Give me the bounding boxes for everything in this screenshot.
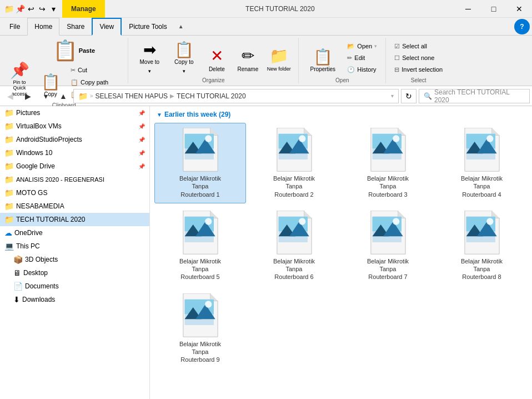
title-bar-icons: 📁 📌 ↩ ↪ ▾ (0, 4, 62, 13)
file-name: Belajar Mikrotik Tanpa Routerboard 1 (179, 174, 221, 198)
refresh-button[interactable]: ↻ (401, 89, 416, 103)
minimize-button[interactable]: ─ (455, 0, 481, 18)
tab-picture-tools[interactable]: Picture Tools (122, 18, 174, 36)
sidebar-label-virtualbox: VirtualBox VMs (16, 122, 62, 130)
sidebar-label-motogs: MOTO GS (16, 189, 47, 197)
tab-home[interactable]: Home (27, 18, 59, 36)
pin-icon-windows10: 📌 (138, 150, 145, 156)
organize-group: ➡ Move to ▾ 📋 Copy to ▾ ✕ Delete (128, 38, 299, 83)
sidebar-item-googledrive[interactable]: 📁 Google Drive 📌 (0, 159, 149, 173)
pin-icon-googledrive: 📌 (138, 163, 145, 169)
sidebar-label-nesabamedia: NESABAMEDIA (16, 202, 64, 210)
file-icon (366, 128, 410, 172)
sidebar-item-onedrive[interactable]: ☁ OneDrive (0, 226, 149, 240)
history-button[interactable]: 🕐 History (343, 64, 380, 75)
redo-icon: ↪ (38, 4, 47, 13)
sidebar-item-virtualbox[interactable]: 📁 VirtualBox VMs 📌 (0, 119, 149, 133)
copy-path-button[interactable]: 📋 Copy path (67, 77, 123, 88)
file-item[interactable]: Belajar Mikrotik Tanpa Routerboard 5 (154, 206, 246, 286)
file-item[interactable]: Belajar Mikrotik Tanpa Routerboard 3 (342, 123, 434, 203)
file-item[interactable]: Belajar Mikrotik Tanpa Routerboard 1 (154, 123, 246, 203)
sidebar-item-windows10[interactable]: 📁 Windows 10 📌 (0, 146, 149, 159)
move-to-button[interactable]: ➡ Move to ▾ (133, 38, 166, 75)
pin-icon: 📌 (10, 63, 29, 78)
recent-locations-button[interactable]: ▾ (38, 88, 53, 104)
folder-icon-virtualbox: 📁 (4, 122, 14, 131)
file-item[interactable]: Belajar Mikrotik Tanpa Routerboard 8 (436, 206, 528, 286)
sidebar-label-this-pc: This PC (16, 242, 40, 250)
open-chevron[interactable]: ▾ (374, 43, 377, 49)
file-item[interactable]: Belajar Mikrotik Tanpa Routerboard 7 (342, 206, 434, 286)
organize-buttons: ➡ Move to ▾ 📋 Copy to ▾ ✕ Delete (133, 38, 294, 75)
undo-icon: ↩ (27, 4, 36, 13)
file-name: Belajar Mikrotik Tanpa Routerboard 4 (461, 174, 503, 198)
copy-to-top[interactable]: 📋 Copy to (167, 38, 200, 68)
addr-breadcrumb-2[interactable]: TECH TUTORIAL 2020 (177, 92, 246, 100)
organize-label: Organize (202, 75, 225, 83)
search-bar[interactable]: 🔍 Search TECH TUTORIAL 2020 (419, 89, 530, 103)
delete-button[interactable]: ✕ Delete (202, 38, 232, 75)
ribbon: File Home Share View Picture Tools ▲ ? 📌… (0, 18, 532, 86)
select-none-icon: ☐ (394, 54, 400, 62)
ribbon-collapse-button[interactable]: ▲ (174, 20, 188, 33)
select-group: ☑ Select all ☐ Select none ⊟ Invert sele… (386, 38, 451, 83)
select-sub-group: ☑ Select all ☐ Select none ⊟ Invert sele… (390, 41, 446, 75)
sidebar-item-nesabamedia[interactable]: 📁 NESABAMEDIA (0, 200, 149, 213)
sidebar-label-androidstudio: AndroidStudioProjects (16, 136, 82, 143)
properties-button[interactable]: 📋 Properties (303, 45, 342, 75)
more-icon: ▾ (49, 4, 58, 13)
documents-icon: 📄 (4, 282, 23, 291)
address-bar[interactable]: 📁 » SELESAI THEN HAPUS ▶ TECH TUTORIAL 2… (73, 89, 399, 103)
file-item[interactable]: Belajar Mikrotik Tanpa Routerboard 2 (248, 123, 340, 203)
forward-button[interactable]: ▶ (20, 88, 36, 104)
copy-to-dropdown[interactable]: ▾ (167, 68, 200, 75)
folder-icon-nesabamedia: 📁 (4, 202, 14, 211)
help-button[interactable]: ? (514, 19, 530, 34)
sidebar-item-tech-tutorial[interactable]: 📁 TECH TUTORIAL 2020 (0, 213, 149, 226)
sidebar-item-downloads[interactable]: ⬇ Downloads (0, 293, 149, 306)
open-button[interactable]: 📂 Open ▾ (343, 41, 381, 52)
back-button[interactable]: ◀ (2, 88, 18, 104)
edit-button[interactable]: ✏ Edit (343, 52, 369, 63)
addr-sep-2: ▶ (170, 93, 174, 99)
open-label: Open (335, 75, 349, 83)
sidebar-item-this-pc[interactable]: 💻 This PC (0, 240, 149, 253)
history-icon: 🕐 (347, 66, 355, 73)
sidebar-item-3dobjects[interactable]: 📦 3D Objects (0, 253, 149, 266)
rename-button[interactable]: ✏ Rename (233, 38, 263, 75)
tab-view[interactable]: View (92, 18, 122, 36)
svg-point-34 (205, 218, 212, 225)
tab-file[interactable]: File (2, 18, 27, 36)
nav-bar: ◀ ▶ ▾ ▲ 📁 » SELESAI THEN HAPUS ▶ TECH TU… (0, 86, 532, 106)
copy-to-button[interactable]: 📋 Copy to ▾ (167, 38, 200, 75)
svg-point-6 (205, 135, 212, 142)
sidebar-item-motogs[interactable]: 📁 MOTO GS (0, 186, 149, 200)
cut-button[interactable]: ✂ Cut (67, 64, 123, 76)
addr-breadcrumb-1[interactable]: SELESAI THEN HAPUS (96, 92, 168, 100)
tab-share[interactable]: Share (59, 18, 92, 36)
invert-selection-button[interactable]: ⊟ Invert selection (390, 64, 446, 75)
sidebar-item-analisis[interactable]: 📁 ANALISIS 2020 - REGENERASI (0, 173, 149, 186)
ribbon-content: 📌 Pin to Quick access 📋 Copy 📋 Paste (0, 36, 532, 86)
up-button[interactable]: ▲ (56, 88, 71, 104)
sidebar-label-documents: Documents (25, 282, 59, 290)
maximize-button[interactable]: □ (481, 0, 506, 18)
app-icon: 📁 (4, 4, 13, 13)
move-to-top[interactable]: ➡ Move to (133, 38, 166, 68)
file-item[interactable]: Belajar Mikrotik Tanpa Routerboard 9 (154, 288, 246, 369)
pin-icon-androidstudio: 📌 (138, 137, 145, 143)
sidebar-item-pictures[interactable]: 📁 Pictures 📌 (0, 106, 149, 119)
manage-tab[interactable]: Manage (62, 0, 105, 18)
select-all-button[interactable]: ☑ Select all (390, 41, 431, 52)
close-button[interactable]: ✕ (506, 0, 532, 18)
addr-chevron[interactable]: ▾ (391, 93, 394, 99)
sidebar-item-androidstudio[interactable]: 📁 AndroidStudioProjects 📌 (0, 133, 149, 146)
sidebar-item-desktop[interactable]: 🖥 Desktop (0, 266, 149, 280)
sidebar-item-documents[interactable]: 📄 Documents (0, 280, 149, 293)
move-to-dropdown[interactable]: ▾ (133, 68, 166, 75)
select-none-button[interactable]: ☐ Select none (390, 52, 438, 63)
file-item[interactable]: Belajar Mikrotik Tanpa Routerboard 4 (436, 123, 528, 203)
file-item[interactable]: Belajar Mikrotik Tanpa Routerboard 6 (248, 206, 340, 286)
new-folder-button[interactable]: 📁 New folder (264, 38, 294, 75)
paste-button[interactable]: 📋 Paste (67, 38, 97, 63)
